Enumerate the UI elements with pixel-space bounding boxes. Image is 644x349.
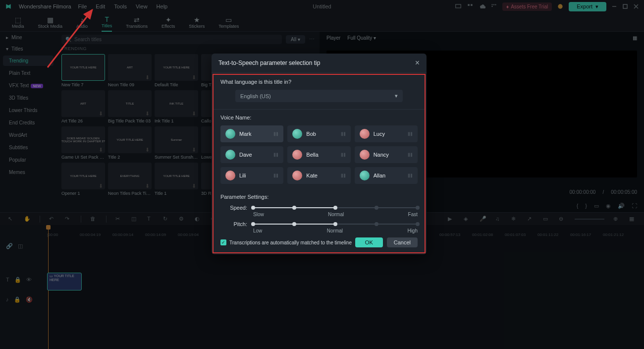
cancel-button[interactable]: Cancel [387, 237, 418, 247]
avatar [360, 171, 370, 180]
tts-dialog: Text-to-Speech parameter selection tip ×… [212, 54, 427, 254]
voice-mark[interactable]: Mark⦀⦀ [220, 125, 283, 142]
avatar [225, 150, 235, 160]
voice-allan[interactable]: Allan⦀⦀ [355, 167, 418, 184]
voice-dave[interactable]: Dave⦀⦀ [220, 146, 283, 163]
waveform-icon: ⦀⦀ [408, 173, 413, 179]
avatar [292, 171, 302, 180]
waveform-icon: ⦀⦀ [408, 152, 413, 158]
waveform-icon: ⦀⦀ [341, 173, 346, 179]
voice-lili[interactable]: Lili⦀⦀ [220, 167, 283, 184]
checkbox-checked-icon: ✓ [220, 239, 226, 245]
language-label: What language is this title in? [220, 79, 418, 85]
pitch-slider[interactable] [253, 221, 418, 227]
avatar [225, 129, 235, 139]
chevron-down-icon: ▾ [395, 93, 398, 99]
avatar [360, 129, 370, 139]
auto-match-checkbox[interactable]: ✓ Transcriptions are automatically match… [220, 239, 352, 245]
voice-lucy[interactable]: Lucy⦀⦀ [355, 125, 418, 142]
waveform-icon: ⦀⦀ [341, 131, 346, 137]
voice-name-label: Voice Name: [220, 115, 418, 120]
pitch-label: Pitch: [220, 221, 253, 227]
voice-nancy[interactable]: Nancy⦀⦀ [355, 146, 418, 163]
language-select[interactable]: English (US) ▾ [235, 90, 403, 102]
waveform-icon: ⦀⦀ [273, 152, 278, 158]
waveform-icon: ⦀⦀ [408, 131, 413, 137]
speed-label: Speed: [220, 205, 253, 211]
dialog-title: Text-to-Speech parameter selection tip [218, 59, 320, 66]
voice-kate[interactable]: Kate⦀⦀ [287, 167, 350, 184]
avatar [360, 150, 370, 160]
param-settings-label: Parameter Settings: [220, 194, 418, 200]
voice-bob[interactable]: Bob⦀⦀ [287, 125, 350, 142]
avatar [292, 150, 302, 160]
avatar [292, 129, 302, 139]
ok-button[interactable]: OK [355, 237, 383, 247]
avatar [225, 171, 235, 180]
waveform-icon: ⦀⦀ [273, 131, 278, 137]
speed-slider[interactable] [253, 205, 418, 211]
voice-bella[interactable]: Bella⦀⦀ [287, 146, 350, 163]
waveform-icon: ⦀⦀ [273, 173, 278, 179]
waveform-icon: ⦀⦀ [341, 152, 346, 158]
close-icon[interactable]: × [415, 58, 420, 67]
